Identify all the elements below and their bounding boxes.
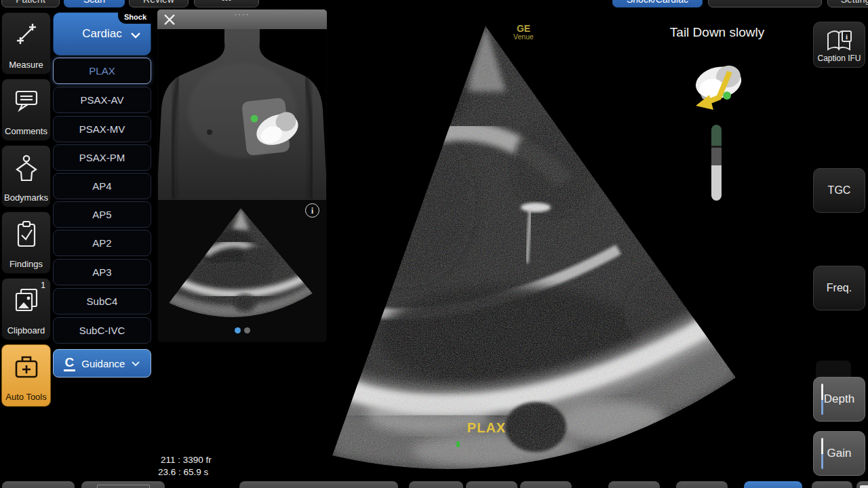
tab-scan[interactable]: Scan bbox=[64, 0, 125, 7]
tool-bodymarks[interactable]: Bodymarks bbox=[1, 145, 51, 207]
info-icon[interactable]: i bbox=[305, 203, 319, 218]
clipboard-count-badge: 1 bbox=[41, 281, 45, 290]
settings-button[interactable]: Settings bbox=[827, 0, 868, 7]
tool-findings-label: Findings bbox=[9, 259, 43, 269]
view-item-psax-av[interactable]: PSAX-AV bbox=[53, 87, 151, 113]
findings-icon bbox=[14, 220, 39, 247]
pagination-dot-inactive[interactable] bbox=[244, 327, 250, 333]
settings-label: Settings bbox=[841, 0, 868, 5]
shock-badge: Shock bbox=[118, 11, 153, 24]
bottom-button-10-preview bbox=[860, 485, 868, 488]
view-item-subc-ivc[interactable]: SubC-IVC bbox=[53, 317, 151, 344]
tool-comments-label: Comments bbox=[5, 126, 47, 136]
bottom-button-5[interactable] bbox=[466, 481, 517, 488]
caption-ifu-book-icon: i bbox=[825, 29, 854, 52]
tool-measure[interactable]: Measure bbox=[1, 12, 51, 75]
bottom-button-1[interactable] bbox=[2, 481, 75, 488]
pagination-dots bbox=[158, 327, 326, 333]
view-item-psax-pm[interactable]: PSAX-PM bbox=[53, 144, 151, 171]
bottom-button-active[interactable] bbox=[744, 481, 802, 488]
chevron-down-icon bbox=[131, 361, 140, 367]
time-counter: 23.6 : 65.9 s bbox=[158, 467, 208, 477]
guidance-quality-bar bbox=[711, 125, 722, 201]
freq-label: Freq. bbox=[827, 282, 852, 294]
frame-counter: 211 : 3390 fr bbox=[161, 455, 212, 465]
preset-shortcut-label: Shock/Cardiac bbox=[627, 0, 688, 5]
bodymarks-icon bbox=[13, 154, 40, 181]
tool-measure-label: Measure bbox=[9, 60, 43, 70]
ge-venue-logo: GE Venue bbox=[503, 24, 544, 41]
quality-segment-low bbox=[711, 165, 722, 201]
preset-dropdown-cardiac[interactable]: Cardiac Shock bbox=[53, 12, 151, 56]
tool-auto-tools[interactable]: Auto Tools bbox=[1, 344, 51, 407]
view-item-label: PLAX bbox=[89, 65, 115, 77]
view-item-ap3[interactable]: AP3 bbox=[53, 259, 151, 285]
reference-image-card: i bbox=[158, 200, 326, 342]
tool-auto-tools-label: Auto Tools bbox=[5, 392, 46, 402]
guidance-label: Guidance bbox=[81, 358, 125, 369]
bottom-button-3[interactable] bbox=[239, 481, 398, 488]
view-item-ap2[interactable]: AP2 bbox=[53, 230, 151, 256]
clipboard-icon bbox=[13, 287, 40, 314]
tab-more[interactable]: ••• bbox=[194, 0, 259, 7]
bottom-button-4[interactable] bbox=[409, 481, 463, 488]
bottom-button-7[interactable] bbox=[608, 481, 660, 488]
view-item-label: AP3 bbox=[92, 266, 111, 278]
depth-slider-indicator bbox=[821, 384, 823, 415]
view-item-label: PSAX-MV bbox=[79, 123, 125, 135]
view-item-subc4[interactable]: SubC4 bbox=[53, 288, 151, 314]
tool-bodymarks-label: Bodymarks bbox=[4, 192, 48, 203]
bottom-button-2[interactable] bbox=[81, 481, 165, 488]
pagination-dot-active[interactable] bbox=[235, 327, 241, 333]
tgc-button[interactable]: TGC bbox=[813, 168, 865, 213]
tgc-label: TGC bbox=[828, 184, 851, 197]
depth-knob[interactable]: Depth bbox=[813, 377, 865, 422]
preset-label: Cardiac bbox=[82, 27, 122, 41]
gain-knob[interactable]: Gain bbox=[813, 431, 865, 476]
auto-tools-icon bbox=[12, 353, 41, 380]
view-item-psax-mv[interactable]: PSAX-MV bbox=[53, 116, 151, 142]
reference-ultrasound-thumbnail bbox=[158, 200, 326, 342]
caption-ifu-label: Caption IFU bbox=[817, 54, 861, 63]
tab-patient-label: Patient bbox=[16, 0, 45, 5]
current-view-label: PLAX bbox=[444, 420, 529, 436]
more-dots-icon: ••• bbox=[222, 0, 232, 5]
view-item-label: AP4 bbox=[92, 180, 111, 192]
venue-logo-text: Venue bbox=[503, 33, 544, 41]
view-item-label: PSAX-PM bbox=[79, 152, 125, 163]
view-item-label: AP5 bbox=[92, 209, 111, 220]
bottom-button-6[interactable] bbox=[520, 481, 572, 488]
quality-segment-good bbox=[711, 125, 722, 146]
comments-icon bbox=[14, 87, 39, 113]
caption-logo-icon: C bbox=[64, 356, 76, 371]
bottom-button-2-preview bbox=[97, 485, 150, 488]
view-item-plax[interactable]: PLAX bbox=[53, 58, 151, 84]
chevron-down-icon bbox=[130, 32, 141, 39]
freq-button[interactable]: Freq. bbox=[813, 266, 865, 310]
panel-drag-bar[interactable]: ···· bbox=[157, 9, 327, 29]
tab-review[interactable]: Review bbox=[129, 0, 189, 7]
bottom-button-10[interactable] bbox=[856, 481, 868, 488]
caption-ifu-button[interactable]: i Caption IFU bbox=[813, 22, 865, 68]
tool-comments[interactable]: Comments bbox=[1, 79, 51, 141]
guidance-dropdown[interactable]: C Guidance bbox=[53, 349, 151, 378]
view-item-ap5[interactable]: AP5 bbox=[53, 201, 151, 228]
tool-clipboard[interactable]: 1 Clipboard bbox=[1, 278, 51, 340]
tab-review-label: Review bbox=[143, 0, 174, 5]
apex-marker-icon bbox=[456, 441, 460, 447]
gain-label: Gain bbox=[827, 447, 852, 460]
bottom-button-8[interactable] bbox=[676, 481, 728, 488]
tab-patient[interactable]: Patient bbox=[1, 0, 60, 7]
measure-icon bbox=[14, 21, 39, 47]
view-item-label: PSAX-AV bbox=[81, 94, 124, 106]
gain-slider-indicator bbox=[821, 438, 823, 469]
torso-image bbox=[158, 29, 326, 200]
guidance-instruction-text: Tail Down slowly bbox=[637, 25, 797, 40]
view-item-ap4[interactable]: AP4 bbox=[53, 173, 151, 199]
drag-handle-icon: ···· bbox=[157, 10, 327, 18]
tool-findings[interactable]: Findings bbox=[1, 211, 51, 274]
view-item-label: SubC4 bbox=[87, 296, 118, 307]
bottom-button-9[interactable] bbox=[812, 481, 852, 488]
guidance-panel: ···· bbox=[157, 9, 327, 342]
tab-scan-label: Scan bbox=[83, 0, 105, 5]
